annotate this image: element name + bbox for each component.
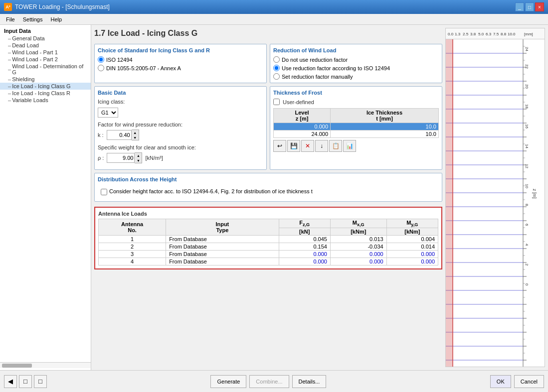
frost-save-btn[interactable]: 💾 xyxy=(287,140,300,152)
choice-option-1[interactable]: ISO 12494 xyxy=(98,56,263,63)
frost-copy-btn[interactable]: 📋 xyxy=(329,140,342,152)
frost-undo-btn[interactable]: ↩ xyxy=(273,140,286,152)
height-factor-checkbox[interactable] xyxy=(101,189,107,195)
distribution-check-label[interactable]: Consider height factor acc. to ISO 12494… xyxy=(101,188,436,195)
antenna-row-2[interactable]: 2 From Database 0.154 -0.034 0.014 xyxy=(99,243,438,251)
window-controls: _ □ × xyxy=(515,2,544,11)
rho-input[interactable] xyxy=(107,153,135,163)
sidebar-item-wind-load-1[interactable]: Wind Load - Part 1 xyxy=(0,49,91,56)
bottom-left-icons: ◀ □ □ xyxy=(4,375,47,388)
menu-help[interactable]: Help xyxy=(46,15,66,23)
sidebar-title: Input Data xyxy=(0,27,91,35)
frost-down-btn[interactable]: ↓ xyxy=(315,140,328,152)
antenna-mx-3: 0.000 xyxy=(330,251,386,258)
choice-section: Choice of Standard for Icing Class G and… xyxy=(94,44,267,83)
antenna-row-4[interactable]: 4 From Database 0.000 0.000 0.000 xyxy=(99,258,438,265)
reduction-option-1[interactable]: Do not use reduction factor xyxy=(273,56,439,63)
sidebar-item-ice-load-g[interactable]: Ice Load - Icing Class G xyxy=(0,83,91,90)
frost-row-2[interactable]: 24.000 10.0 xyxy=(274,131,439,138)
frost-chart-btn[interactable]: 📊 xyxy=(343,140,356,152)
distribution-section: Distribution Across the Height Consider … xyxy=(94,173,442,202)
antenna-row-1[interactable]: 1 From Database 0.045 0.013 0.004 xyxy=(99,236,438,243)
icing-class-select[interactable]: G1 G2 G3 G4 G5 G6 xyxy=(98,108,118,118)
svg-text:z [m]: z [m] xyxy=(532,189,537,199)
details-button[interactable]: Details... xyxy=(292,375,327,388)
sidebar-item-wind-load-det[interactable]: Wind Load - Determination of G xyxy=(0,63,91,76)
reduction-radio-1[interactable] xyxy=(273,56,280,63)
antenna-row-3[interactable]: 3 From Database 0.000 0.000 0.000 xyxy=(99,251,438,258)
bottom-icon-1[interactable]: ◀ xyxy=(4,375,17,388)
sidebar: Input Data General Data Dead Load Wind L… xyxy=(0,25,91,370)
reduction-radio-group: Do not use reduction factor Use reductio… xyxy=(273,56,439,80)
menu-file[interactable]: File xyxy=(2,15,19,23)
reduction-radio-3[interactable] xyxy=(273,73,280,80)
rho-unit: [kN/m³] xyxy=(145,155,163,161)
ok-button[interactable]: OK xyxy=(490,375,511,388)
window-title: TOWER Loading - [Schulungsmast] xyxy=(15,3,110,10)
svg-text:4: 4 xyxy=(525,244,529,246)
antenna-type-4: From Database xyxy=(166,258,279,265)
choice-radio-1[interactable] xyxy=(98,56,104,63)
frost-delete-btn[interactable]: ✕ xyxy=(301,140,314,152)
antenna-my-1: 0.004 xyxy=(386,236,438,243)
close-button[interactable]: × xyxy=(535,2,544,11)
k-up-btn[interactable]: ▲ xyxy=(132,130,139,135)
ruler-area: 0.0 1.3 2.5 3.8 5.0 6.3 7.5 8.8 10.0 [mm… xyxy=(445,28,545,367)
choice-radio-2[interactable] xyxy=(98,65,104,71)
frost-col-thickness: Ice Thicknesst [mm] xyxy=(331,109,439,123)
bottom-center-buttons: Generate Combine... Details... xyxy=(210,375,326,388)
reduction-radio-2[interactable] xyxy=(273,65,280,71)
choice-radio-group: ISO 12494 DIN 1055-5:2005-07 - Annex A xyxy=(98,56,263,71)
svg-text:[mm]: [mm] xyxy=(524,32,533,36)
sidebar-item-shielding[interactable]: Shielding xyxy=(0,76,91,83)
rho-down-btn[interactable]: ▼ xyxy=(135,158,142,163)
minimize-button[interactable]: _ xyxy=(515,2,524,11)
sidebar-item-variable-loads[interactable]: Variable Loads xyxy=(0,97,91,104)
sidebar-item-wind-load-2[interactable]: Wind Load - Part 2 xyxy=(0,56,91,63)
k-down-btn[interactable]: ▼ xyxy=(132,135,139,140)
antenna-col-fz-unit: [kN] xyxy=(279,228,330,236)
svg-text:24: 24 xyxy=(525,47,529,51)
svg-text:6.3: 6.3 xyxy=(486,32,492,36)
sidebar-item-general-data[interactable]: General Data xyxy=(0,35,91,42)
generate-button[interactable]: Generate xyxy=(210,375,246,388)
sidebar-item-dead-load[interactable]: Dead Load xyxy=(0,42,91,49)
sidebar-scrollbar[interactable] xyxy=(0,362,91,368)
choice-option-2[interactable]: DIN 1055-5:2005-07 - Annex A xyxy=(98,65,263,71)
antenna-no-1: 1 xyxy=(99,236,166,243)
frost-section: Thickness of Frost User-defined Levelz [… xyxy=(270,86,442,170)
cancel-button[interactable]: Cancel xyxy=(514,375,544,388)
k-spinner-btns: ▲ ▼ xyxy=(132,130,139,140)
maximize-button[interactable]: □ xyxy=(525,2,534,11)
svg-text:0.0: 0.0 xyxy=(448,32,454,36)
reduction-option-2[interactable]: Use reduction factor according to ISO 12… xyxy=(273,65,439,71)
rho-row: ρ : ▲ ▼ [kN/m³] xyxy=(98,152,263,163)
svg-text:8: 8 xyxy=(525,204,529,206)
bottom-icon-3[interactable]: □ xyxy=(34,375,47,388)
frost-toolbar: ↩ 💾 ✕ ↓ 📋 📊 xyxy=(273,140,439,152)
frost-row-1[interactable]: 0.000 10.0 xyxy=(274,123,439,131)
specific-weight-label-wrap: Specific weight for clear and smooth ice… xyxy=(98,144,263,150)
app-icon: A² xyxy=(4,3,12,11)
combine-button[interactable]: Combine... xyxy=(249,375,289,388)
svg-rect-97 xyxy=(446,39,453,367)
antenna-col-fz: Fz,G xyxy=(279,219,330,228)
sidebar-item-ice-load-r[interactable]: Ice Load - Icing Class R xyxy=(0,90,91,97)
antenna-section: Antenna Ice Loads AntennaNo. InputType F… xyxy=(94,207,442,269)
antenna-fz-3: 0.000 xyxy=(279,251,330,258)
chart-svg: // We'll draw these in the SVG below 24 … xyxy=(446,39,545,367)
k-spinner: ▲ ▼ xyxy=(107,130,139,140)
rho-up-btn[interactable]: ▲ xyxy=(135,153,142,158)
k-input[interactable] xyxy=(107,130,132,140)
antenna-type-2: From Database xyxy=(166,243,279,251)
menu-settings[interactable]: Settings xyxy=(19,15,47,23)
antenna-no-4: 4 xyxy=(99,258,166,265)
antenna-fz-1: 0.045 xyxy=(279,236,330,243)
bottom-icon-2[interactable]: □ xyxy=(19,375,32,388)
reduction-option-3[interactable]: Set reduction factor manually xyxy=(273,73,439,80)
user-defined-checkbox[interactable] xyxy=(273,99,280,105)
antenna-mx-2: -0.034 xyxy=(330,243,386,251)
antenna-mx-1: 0.013 xyxy=(330,236,386,243)
svg-text:14: 14 xyxy=(525,144,529,148)
icing-class-label: Icing class: xyxy=(98,99,125,105)
